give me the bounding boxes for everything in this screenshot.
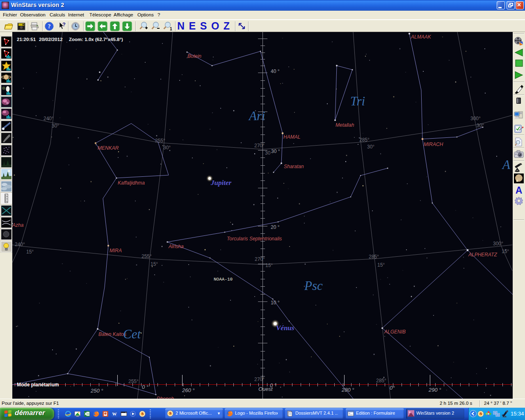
svg-text:Jupiter: Jupiter <box>210 179 231 187</box>
svg-text:Cet: Cet <box>123 327 141 341</box>
svg-text:Baten Kaitos: Baten Kaitos <box>98 331 126 337</box>
svg-text:NOAA-10: NOAA-10 <box>214 277 233 282</box>
svg-text:Azha: Azha <box>12 222 24 228</box>
svg-text:250 °: 250 ° <box>90 388 103 394</box>
svg-text:Psc: Psc <box>304 278 323 293</box>
svg-text:Metallah: Metallah <box>336 122 354 128</box>
svg-text:Botein: Botein <box>187 53 201 59</box>
svg-text:HAMAL: HAMAL <box>283 134 300 140</box>
svg-text:285°: 285° <box>359 137 370 143</box>
svg-text:0 °: 0 ° <box>142 384 148 390</box>
svg-text:Mode planétarium: Mode planétarium <box>17 382 59 388</box>
svg-text:10 °: 10 ° <box>271 300 280 306</box>
svg-text:40 °: 40 ° <box>271 68 280 74</box>
svg-text:MENKAR: MENKAR <box>98 145 119 151</box>
svg-text:15°: 15° <box>151 261 158 267</box>
svg-text:Dheneb: Dheneb <box>157 396 174 399</box>
svg-text:30°: 30° <box>52 123 59 129</box>
svg-text:270°: 270° <box>254 143 265 148</box>
svg-text:Kaffaljidhma: Kaffaljidhma <box>118 180 145 186</box>
svg-text:15°: 15° <box>265 262 273 268</box>
svg-text:15°: 15° <box>377 262 385 268</box>
svg-text:ALMAAK: ALMAAK <box>411 34 431 40</box>
svg-text:MIRACH: MIRACH <box>424 142 443 147</box>
svg-text:270°: 270° <box>254 377 265 382</box>
svg-text:240°: 240° <box>43 116 54 121</box>
svg-text:?: ? <box>48 23 51 30</box>
svg-text:30°: 30° <box>477 123 484 128</box>
svg-text:ALPHERATZ: ALPHERATZ <box>468 252 497 258</box>
svg-text:0 °: 0 ° <box>270 382 276 388</box>
svg-text:20 °: 20 ° <box>271 224 280 230</box>
svg-text:255°: 255° <box>142 253 152 259</box>
svg-text:ALGENIB: ALGENIB <box>384 329 406 335</box>
svg-text:21:20:51: 21:20:51 <box>17 37 36 42</box>
svg-text:Tri: Tri <box>350 94 365 108</box>
svg-text:?: ? <box>62 21 66 27</box>
svg-text:270°: 270° <box>255 256 265 262</box>
svg-text:260 °: 260 ° <box>182 387 195 393</box>
svg-text:300°: 300° <box>470 116 481 121</box>
svg-text:240°: 240° <box>15 242 25 247</box>
svg-text:MIRA: MIRA <box>110 248 122 253</box>
svg-text:300°: 300° <box>493 241 503 247</box>
svg-text:30 °: 30 ° <box>271 148 280 154</box>
svg-text:280 °: 280 ° <box>341 387 354 393</box>
svg-text:285°: 285° <box>369 254 379 260</box>
svg-text:20/02/2012: 20/02/2012 <box>39 37 63 42</box>
svg-text:290 °: 290 ° <box>428 387 441 393</box>
svg-text:Ari: Ari <box>248 109 265 123</box>
svg-text:255°: 255° <box>128 379 139 384</box>
svg-text:30: 30 <box>265 150 271 156</box>
svg-text:255°: 255° <box>155 138 165 144</box>
svg-text:A: A <box>502 158 511 172</box>
svg-text:1: 1 <box>170 27 172 31</box>
svg-text:30°: 30° <box>163 145 171 151</box>
svg-text:Vénus: Vénus <box>276 324 294 332</box>
svg-text:Torcularis Septentrionalis: Torcularis Septentrionalis <box>227 236 282 242</box>
svg-text:15°: 15° <box>26 249 34 255</box>
svg-text:285°: 285° <box>376 378 386 383</box>
svg-text:15°: 15° <box>502 249 509 254</box>
svg-text:Sharatan: Sharatan <box>284 164 304 169</box>
svg-text:Zoom: 1.0x (62.7°x45.8°): Zoom: 1.0x (62.7°x45.8°) <box>69 37 123 42</box>
svg-text:Alrisha: Alrisha <box>168 244 184 249</box>
svg-text:W: W <box>112 411 117 416</box>
svg-text:0°: 0° <box>390 385 395 391</box>
svg-text:30°: 30° <box>367 144 374 150</box>
